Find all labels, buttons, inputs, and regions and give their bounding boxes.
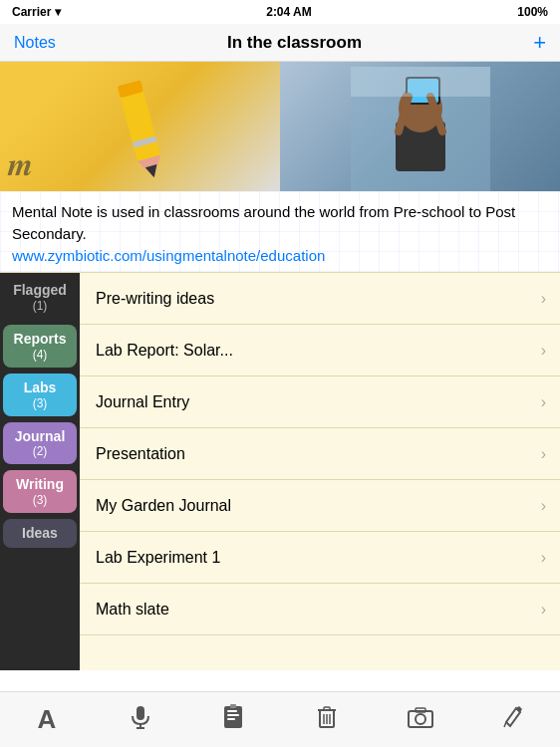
hero-image-right	[280, 62, 560, 191]
note-item-0[interactable]: Pre-writing ideas ›	[80, 273, 560, 325]
note-title-0: Pre-writing ideas	[96, 290, 214, 308]
sidebar-item-flagged-label: Flagged	[13, 282, 67, 299]
description-link[interactable]: www.zymbiotic.com/usingmentalnote/educat…	[12, 247, 325, 264]
sidebar-item-ideas-label: Ideas	[22, 525, 58, 542]
svg-point-29	[416, 714, 425, 724]
tab-bar: A	[0, 691, 560, 747]
note-item-3[interactable]: Presentation ›	[80, 428, 560, 480]
sidebar-item-flagged[interactable]: Flagged (1)	[3, 276, 77, 319]
edit-tab[interactable]	[466, 704, 560, 736]
svg-rect-14	[137, 706, 144, 720]
chevron-icon-6: ›	[541, 601, 546, 619]
font-tab[interactable]: A	[0, 704, 94, 735]
svg-rect-19	[227, 714, 239, 716]
note-title-4: My Garden Journal	[96, 497, 231, 515]
sidebar-item-writing-label: Writing	[16, 476, 64, 493]
carrier-label: Carrier ▾	[12, 5, 61, 19]
hero-images: 𝒎	[0, 62, 560, 191]
note-title-3: Presentation	[96, 445, 185, 463]
note-list: Pre-writing ideas › Lab Report: Solar...…	[80, 273, 560, 670]
trash-tab[interactable]	[280, 704, 374, 736]
pencil-edit-icon	[502, 704, 524, 736]
chevron-icon-3: ›	[541, 445, 546, 463]
note-title-5: Lab Experiment 1	[96, 549, 220, 567]
svg-rect-21	[230, 704, 236, 708]
note-item-1[interactable]: Lab Report: Solar... ›	[80, 325, 560, 376]
sidebar-item-journal-label: Journal	[15, 428, 66, 445]
handwriting-decoration: 𝒎	[8, 146, 33, 183]
chevron-icon-4: ›	[541, 497, 546, 515]
note-item-5[interactable]: Lab Experiment 1 ›	[80, 532, 560, 584]
sidebar-item-reports-count: (4)	[33, 348, 48, 362]
chevron-icon-2: ›	[541, 393, 546, 411]
camera-tab[interactable]	[374, 706, 467, 734]
main-area: Flagged (1) Reports (4) Labs (3) Journal…	[0, 272, 560, 670]
sidebar-item-journal[interactable]: Journal (2)	[3, 422, 77, 465]
notes-tab[interactable]	[186, 704, 280, 736]
sidebar-item-journal-count: (2)	[33, 444, 48, 458]
mic-tab[interactable]	[94, 704, 187, 736]
note-title-1: Lab Report: Solar...	[96, 342, 233, 360]
student-illustration	[351, 67, 490, 191]
add-button[interactable]: +	[533, 30, 546, 56]
note-title-6: Math slate	[96, 601, 169, 619]
nav-bar: Notes In the classroom +	[0, 24, 560, 62]
battery-label: 100%	[517, 5, 548, 19]
camera-icon	[408, 706, 433, 734]
sidebar: Flagged (1) Reports (4) Labs (3) Journal…	[0, 273, 80, 670]
sidebar-item-ideas[interactable]: Ideas	[3, 519, 77, 548]
svg-rect-24	[324, 707, 330, 710]
svg-rect-20	[227, 718, 235, 720]
sidebar-item-writing[interactable]: Writing (3)	[3, 470, 77, 513]
back-button[interactable]: Notes	[14, 34, 56, 52]
sidebar-item-flagged-count: (1)	[33, 299, 48, 313]
mic-icon	[130, 704, 151, 736]
chevron-icon-5: ›	[541, 549, 546, 567]
font-icon: A	[37, 704, 56, 735]
svg-rect-18	[227, 710, 237, 712]
status-bar: Carrier ▾ 2:04 AM 100%	[0, 0, 560, 24]
svg-line-31	[504, 722, 506, 727]
note-item-4[interactable]: My Garden Journal ›	[80, 480, 560, 532]
nav-title: In the classroom	[227, 33, 362, 53]
description-area: Mental Note is used in classrooms around…	[0, 191, 560, 272]
hero-image-left: 𝒎	[0, 62, 280, 191]
sidebar-item-labs[interactable]: Labs (3)	[3, 374, 77, 416]
note-item-6[interactable]: Math slate ›	[80, 584, 560, 635]
trash-icon	[316, 704, 338, 736]
chevron-icon-1: ›	[541, 342, 546, 360]
chevron-icon-0: ›	[541, 290, 546, 308]
svg-rect-17	[224, 706, 242, 728]
time-label: 2:04 AM	[266, 5, 312, 19]
sidebar-item-writing-count: (3)	[33, 493, 48, 507]
sidebar-item-reports[interactable]: Reports (4)	[3, 325, 77, 368]
note-item-2[interactable]: Journal Entry ›	[80, 376, 560, 428]
notes-icon	[221, 704, 245, 736]
description-text: Mental Note is used in classrooms around…	[12, 201, 548, 245]
note-title-2: Journal Entry	[96, 393, 189, 411]
sidebar-item-labs-count: (3)	[33, 396, 48, 410]
svg-rect-13	[351, 67, 490, 97]
pencil-illustration	[88, 64, 193, 190]
sidebar-item-reports-label: Reports	[14, 331, 67, 348]
sidebar-item-labs-label: Labs	[24, 379, 57, 396]
